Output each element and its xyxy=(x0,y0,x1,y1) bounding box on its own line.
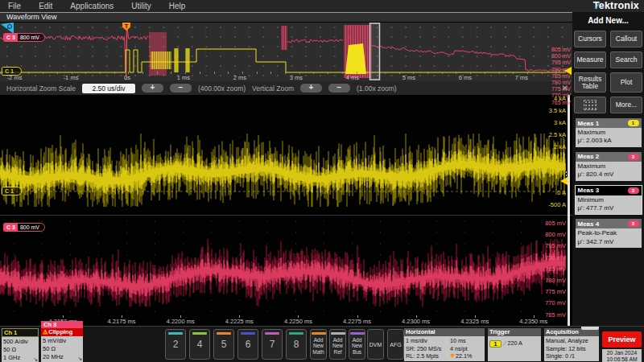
zoom-time-axis: 4.2150 ms4.2175 ms4.2200 ms4.2225 ms4.22… xyxy=(0,315,572,326)
ch1-settings-card[interactable]: Ch 1 500 A/div 50 Ω 1 GHz xyxy=(2,328,39,362)
h-zoom-plus-button[interactable]: + xyxy=(142,84,163,93)
ch1-zoom-panel[interactable]: C 1 4 kA3.5 kA3 kA2.5 kA2 kA0 A-500 A xyxy=(0,95,572,215)
channel-8-button[interactable]: 8 xyxy=(286,329,307,360)
meas4-source-badge: 3 xyxy=(628,220,639,227)
overview-ch1-badge[interactable]: C 1 xyxy=(2,67,22,76)
horizontal-title: Horizontal xyxy=(404,328,485,336)
overview-strip[interactable]: T C 3 800 mV C 1 -2 ms-1 ms0s1 ms2 ms3 m… xyxy=(0,23,572,81)
cursors-button[interactable]: Cursors xyxy=(574,31,606,47)
results-table-button[interactable]: Results Table xyxy=(574,72,606,93)
ch1-current-label: 3 kA xyxy=(554,119,566,126)
meas3-value: μ': 477.7 mV xyxy=(578,204,639,212)
time-tick-label: 4.2350 ms xyxy=(519,318,547,325)
menu-help[interactable]: Help xyxy=(169,2,186,10)
meas2-name: Meas 2 xyxy=(578,153,600,160)
plot-grid-icon xyxy=(584,100,597,110)
time-value: 10:06:58 AM xyxy=(602,356,642,362)
afg-button[interactable]: AFG xyxy=(387,329,404,360)
meas3-name: Meas 3 xyxy=(578,187,600,194)
horizontal-window: 10 ms xyxy=(450,337,483,345)
trigger-position-percent: 22.1% xyxy=(450,352,483,360)
sample-rate: SR: 250 MS/s xyxy=(406,345,450,353)
ch3-voltage-label: 785 mV xyxy=(545,265,566,272)
time-tick-label: 4.2300 ms xyxy=(402,318,430,325)
meas1-type: Maximum xyxy=(578,129,639,137)
ch3-card-title: Ch 3 xyxy=(41,321,83,328)
oscilloscope-app: File Edit Applications Utility Help Tekt… xyxy=(0,0,644,362)
menu-utility[interactable]: Utility xyxy=(131,2,151,10)
zoom-scale-bar: Horizontal Zoom Scale 2.50 us/div + − (4… xyxy=(0,81,572,95)
channel-7-button[interactable]: 7 xyxy=(262,329,283,360)
add-plot-button[interactable] xyxy=(574,97,606,113)
time-tick-label: 4.2325 ms xyxy=(460,318,489,325)
trigger-panel[interactable]: Trigger 1 220 A xyxy=(488,328,541,361)
meas2-card[interactable]: Meas 23 Maximumμ': 820.4 mV xyxy=(576,152,642,181)
callout-button[interactable]: Callout xyxy=(610,31,642,47)
horizontal-panel[interactable]: Horizontal 1 ms/div 10 ms SR: 250 MS/s 4… xyxy=(404,328,485,361)
add-new-ref-button[interactable]: Add New Ref xyxy=(329,329,346,360)
vertical-scrollbar[interactable] xyxy=(568,95,570,326)
ch1-trace xyxy=(0,95,572,215)
ch3-panel-badge[interactable]: C 3 800 mV xyxy=(3,223,45,232)
meas3-card[interactable]: Meas 33 Minimumμ': 477.7 mV xyxy=(576,186,642,215)
horizontal-scale: 1 ms/div xyxy=(406,337,450,345)
channel-6-button[interactable]: 6 xyxy=(237,329,258,360)
overview-voltage-label: 795 mV xyxy=(551,60,571,65)
overview-ch3-badge[interactable]: C 3 800 mV xyxy=(3,33,45,42)
meas3-source-badge: 3 xyxy=(628,187,639,194)
menu-bar: File Edit Applications Utility Help Tekt… xyxy=(0,0,644,12)
acquisition-panel[interactable]: Acquisition Manual, Analyze Sample: 12 b… xyxy=(544,328,599,361)
measure-button[interactable]: Measure xyxy=(574,51,606,68)
add-new-bus-button[interactable]: Add New Bus xyxy=(349,329,365,360)
preview-badge: Preview xyxy=(602,331,642,348)
horizontal-zoom-scale-input[interactable]: 2.50 us/div xyxy=(82,84,135,93)
overview-time-tick: 7 ms xyxy=(515,74,528,81)
channel-4-button[interactable]: 4 xyxy=(189,329,210,360)
ch3-settings-card[interactable]: Ch 3 Clipping 5 mV/div 50 Ω 20 MHz xyxy=(41,321,83,362)
ch1-panel-badge[interactable]: C 1 xyxy=(2,187,22,195)
waveform-view-titlebar: Waveform View xyxy=(0,12,572,22)
ch5-color-strip xyxy=(217,332,231,335)
meas4-type: Peak-to-Peak xyxy=(578,229,639,237)
add-new-math-button[interactable]: Add New Math xyxy=(310,329,327,360)
menu-file[interactable]: File xyxy=(8,2,21,10)
ch1-current-label: 2 kA xyxy=(554,143,566,150)
ch1-card-title: Ch 1 xyxy=(2,328,39,337)
ch3-zoom-panel[interactable]: C 3 800 mV 805 mV800 mV795 mV790 mV785 m… xyxy=(0,215,572,315)
math-color-strip xyxy=(312,332,326,335)
panel-handle[interactable] xyxy=(581,327,599,330)
v-zoom-minus-button[interactable]: − xyxy=(328,84,350,93)
meas4-card[interactable]: Meas 43 Peak-to-Peakμ': 342.7 mV xyxy=(576,219,642,248)
ch1-current-label: -500 A xyxy=(548,201,566,208)
overview-ruler xyxy=(0,72,568,74)
ch3-voltage-label: 805 mV xyxy=(545,220,566,227)
menu-edit[interactable]: Edit xyxy=(39,2,52,10)
overview-level-arrow[interactable] xyxy=(564,67,572,75)
trigger-source-badge: 1 xyxy=(489,340,502,348)
horizontal-zoom-scale-label: Horizontal Zoom Scale xyxy=(6,84,76,93)
ch1-scale: 500 A/div xyxy=(3,338,37,346)
ref-color-strip xyxy=(331,332,345,335)
ch3-voltage-label: 790 mV xyxy=(545,253,566,261)
ch7-color-strip xyxy=(265,332,279,335)
ch1-current-label: 0 A xyxy=(557,189,566,196)
menu-applications[interactable]: Applications xyxy=(70,2,114,10)
dvm-button[interactable]: DVM xyxy=(367,329,384,360)
more-button[interactable]: More... xyxy=(610,97,642,113)
h-zoom-minus-button[interactable]: − xyxy=(170,84,192,93)
meas1-name: Meas 1 xyxy=(578,120,600,127)
ch3-clipping-warning: Clipping xyxy=(41,328,83,336)
channel-2-button[interactable]: 2 xyxy=(165,329,186,360)
vertical-zoom-label: Vertical Zoom xyxy=(252,84,294,93)
v-zoom-plus-button[interactable]: + xyxy=(300,84,322,93)
meas2-value: μ': 820.4 mV xyxy=(578,171,639,179)
meas1-card[interactable]: Meas 11 Maximumμ': 2.003 kA xyxy=(576,118,642,147)
ch1-trigger-level-arrow[interactable] xyxy=(560,177,568,185)
overview-voltage-label: 800 mV xyxy=(551,53,571,59)
plot-button[interactable]: Plot xyxy=(610,72,642,93)
search-button[interactable]: Search xyxy=(610,51,642,68)
channel-5-button[interactable]: 5 xyxy=(213,329,234,360)
overview-voltage-label: 780 mV xyxy=(551,80,571,85)
ch2-color-strip xyxy=(168,332,183,335)
ch3-voltage-label: 775 mV xyxy=(545,288,566,295)
